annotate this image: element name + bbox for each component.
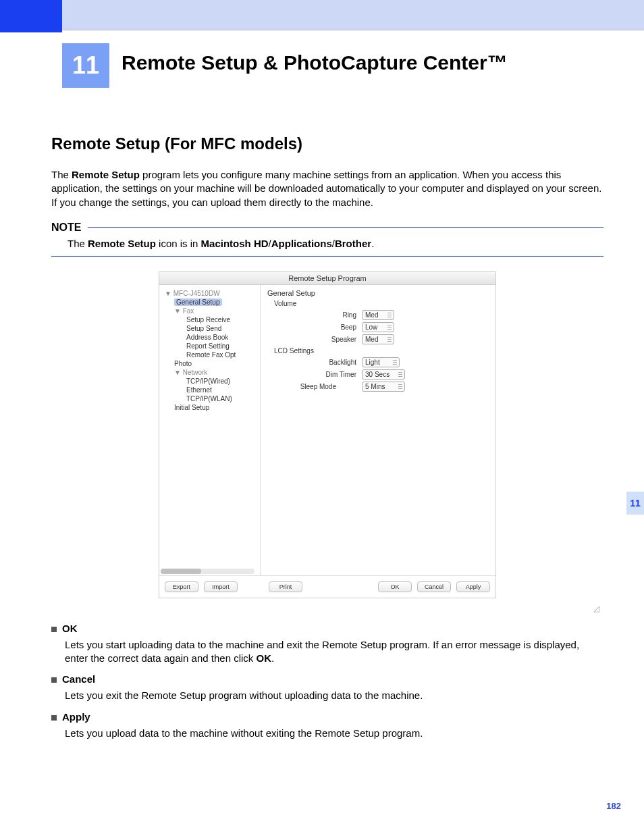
backlight-label: Backlight bbox=[267, 359, 362, 366]
dimtimer-label: Dim Timer bbox=[267, 371, 362, 378]
intro-paragraph: The Remote Setup program lets you config… bbox=[51, 168, 603, 209]
dialog-footer: Export Import Print OK Cancel Apply bbox=[159, 575, 495, 598]
header-accent-light bbox=[62, 0, 644, 30]
resize-grip-icon: ◿ bbox=[51, 602, 603, 615]
sleepmode-select[interactable]: 5 Mins bbox=[362, 382, 405, 392]
def-apply: Apply Lets you upload data to the machin… bbox=[51, 711, 603, 740]
settings-tree[interactable]: ▼ MFC-J4510DW General Setup ▼ Fax Setup … bbox=[159, 285, 261, 575]
tree-fax[interactable]: ▼ Fax bbox=[162, 307, 257, 315]
tree-fax-item[interactable]: Address Book bbox=[162, 333, 257, 342]
page-header bbox=[0, 0, 644, 32]
apply-button[interactable]: Apply bbox=[456, 581, 490, 592]
def-ok: OK Lets you start uploading data to the … bbox=[51, 623, 603, 666]
def-cancel: Cancel Lets you exit the Remote Setup pr… bbox=[51, 673, 603, 702]
ring-label: Ring bbox=[267, 311, 362, 319]
def-ok-t1: Lets you start uploading data to the mac… bbox=[65, 639, 579, 664]
tree-scrollbar[interactable] bbox=[161, 569, 254, 574]
note-t2: icon is in bbox=[156, 238, 201, 249]
section-heading: Remote Setup (For MFC models) bbox=[51, 134, 603, 153]
tree-fax-item[interactable]: Report Setting bbox=[162, 342, 257, 350]
tree-network[interactable]: ▼ Network bbox=[162, 368, 257, 377]
tree-net-item[interactable]: TCP/IP(Wired) bbox=[162, 377, 257, 386]
def-apply-body: Lets you upload data to the machine with… bbox=[51, 727, 603, 740]
backlight-select[interactable]: Light bbox=[362, 357, 400, 367]
bullet-icon bbox=[51, 677, 57, 683]
speaker-label: Speaker bbox=[267, 336, 362, 343]
tree-general-setup[interactable]: General Setup bbox=[162, 298, 257, 307]
tree-fax-item[interactable]: Remote Fax Opt bbox=[162, 350, 257, 359]
tree-net-item[interactable]: TCP/IP(WLAN) bbox=[162, 394, 257, 403]
tree-root[interactable]: ▼ MFC-J4510DW bbox=[162, 289, 257, 298]
chapter-title: Remote Setup & PhotoCapture Center™ bbox=[122, 51, 508, 74]
button-definitions: OK Lets you start uploading data to the … bbox=[51, 623, 603, 740]
remote-setup-screenshot: Remote Setup Program ▼ MFC-J4510DW Gener… bbox=[159, 271, 496, 598]
def-ok-body: Lets you start uploading data to the mac… bbox=[51, 638, 603, 666]
chapter-header: 11 Remote Setup & PhotoCapture Center™ bbox=[0, 32, 644, 97]
sleepmode-label: Sleep Mode bbox=[267, 383, 342, 390]
page-number: 182 bbox=[606, 801, 621, 811]
def-ok-title: OK bbox=[62, 623, 78, 634]
tree-initial-setup[interactable]: Initial Setup bbox=[162, 403, 257, 412]
print-button[interactable]: Print bbox=[269, 581, 302, 592]
settings-panel: General Setup Volume RingMed BeepLow Spe… bbox=[261, 285, 495, 575]
cancel-button[interactable]: Cancel bbox=[417, 581, 451, 592]
import-button[interactable]: Import bbox=[204, 581, 238, 592]
note-b1: Remote Setup bbox=[88, 238, 156, 249]
note-rule bbox=[88, 227, 603, 228]
tree-root-label: MFC-J4510DW bbox=[173, 290, 220, 297]
ring-select[interactable]: Med bbox=[362, 310, 394, 320]
def-ok-t2: . bbox=[271, 652, 274, 664]
note-block: NOTE The Remote Setup icon is in Macinto… bbox=[51, 221, 603, 257]
def-apply-title: Apply bbox=[62, 711, 90, 723]
panel-lcd-group: LCD Settings bbox=[274, 347, 489, 355]
intro-pre: The bbox=[51, 169, 72, 180]
panel-heading: General Setup bbox=[267, 289, 489, 297]
beep-label: Beep bbox=[267, 323, 362, 331]
note-t1: The bbox=[68, 238, 88, 249]
note-b3: Applications bbox=[271, 238, 332, 249]
speaker-select[interactable]: Med bbox=[362, 334, 394, 344]
note-b2: Macintosh HD bbox=[201, 238, 269, 249]
dimtimer-select[interactable]: 30 Secs bbox=[362, 369, 405, 380]
intro-bold: Remote Setup bbox=[72, 169, 140, 180]
window-title: Remote Setup Program bbox=[159, 272, 495, 285]
def-ok-b1: OK bbox=[257, 652, 272, 664]
tree-selected-label: General Setup bbox=[174, 298, 222, 306]
tree-fax-item[interactable]: Setup Send bbox=[162, 324, 257, 333]
panel-volume-group: Volume bbox=[274, 300, 489, 307]
note-body: The Remote Setup icon is in Macintosh HD… bbox=[51, 234, 603, 257]
export-button[interactable]: Export bbox=[165, 581, 198, 592]
tree-fax-label: Fax bbox=[183, 307, 194, 315]
page-content: Remote Setup (For MFC models) The Remote… bbox=[0, 97, 644, 740]
note-period: . bbox=[371, 238, 374, 249]
beep-select[interactable]: Low bbox=[362, 322, 394, 332]
tree-fax-item[interactable]: Setup Receive bbox=[162, 315, 257, 324]
tree-photo[interactable]: Photo bbox=[162, 359, 257, 368]
note-label: NOTE bbox=[51, 221, 81, 234]
bullet-icon bbox=[51, 627, 57, 632]
def-cancel-body: Lets you exit the Remote Setup program w… bbox=[51, 689, 603, 702]
tree-net-item[interactable]: Ethernet bbox=[162, 386, 257, 394]
def-cancel-title: Cancel bbox=[62, 673, 95, 685]
thumb-tab: 11 bbox=[626, 492, 644, 515]
bullet-icon bbox=[51, 715, 57, 721]
note-b4: Brother bbox=[335, 238, 371, 249]
chapter-number-badge: 11 bbox=[62, 43, 109, 88]
tree-network-label: Network bbox=[183, 369, 208, 376]
header-accent-dark bbox=[0, 0, 62, 32]
ok-button[interactable]: OK bbox=[378, 581, 412, 592]
